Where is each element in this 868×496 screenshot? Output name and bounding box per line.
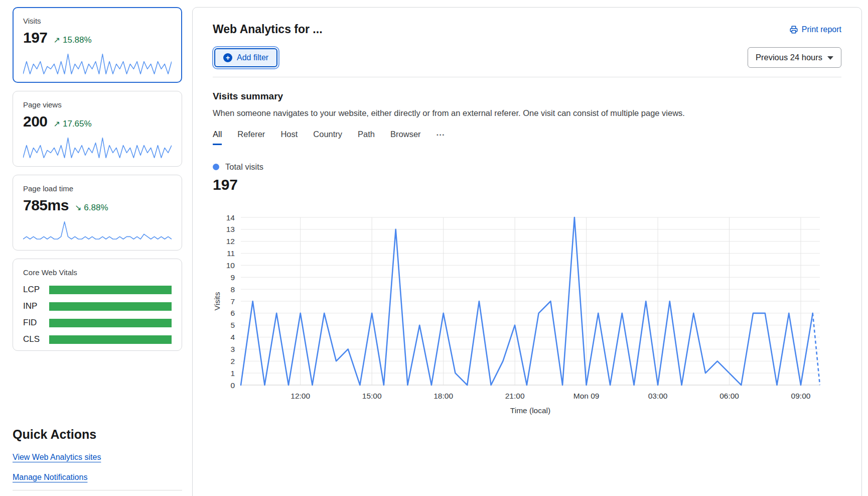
- trend-badge: ↗ 15.88%: [54, 35, 92, 45]
- svg-text:1: 1: [230, 369, 235, 378]
- plus-circle-icon: +: [223, 53, 232, 62]
- metric-value: 197: [23, 29, 48, 46]
- divider: [13, 490, 182, 490]
- cwv-metric-label: FID: [23, 318, 49, 328]
- svg-text:14: 14: [226, 213, 235, 222]
- visits-summary-title: Visits summary: [213, 91, 841, 102]
- dashboard-layout: Visits 197 ↗ 15.88% Page views 200 ↗ 17.…: [0, 0, 868, 496]
- tab-browser[interactable]: Browser: [390, 130, 421, 144]
- svg-text:5: 5: [230, 321, 235, 329]
- svg-text:15:00: 15:00: [362, 392, 382, 400]
- visits-summary-section: Visits summary When someone navigates to…: [193, 77, 861, 421]
- svg-text:13: 13: [226, 225, 235, 233]
- cwv-rows: LCPINPFIDCLS: [23, 285, 172, 344]
- metric-title: Page load time: [23, 184, 172, 193]
- chevron-down-icon: [827, 56, 833, 60]
- page-load-sparkline: [23, 220, 172, 243]
- tabs-more-button[interactable]: ...: [437, 128, 445, 138]
- svg-text:0: 0: [230, 381, 235, 390]
- cwv-row: LCP: [23, 285, 172, 295]
- print-report-label: Print report: [802, 25, 841, 34]
- svg-text:8: 8: [230, 285, 235, 294]
- time-range-value: Previous 24 hours: [756, 53, 822, 62]
- quick-actions-section: Quick Actions View Web Analytics sites M…: [13, 427, 182, 490]
- svg-text:12: 12: [226, 237, 235, 245]
- trend-badge: ↗ 17.65%: [54, 119, 92, 129]
- trend-up-icon: ↗: [54, 35, 60, 45]
- print-report-link[interactable]: Print report: [789, 25, 841, 34]
- visits-summary-description: When someone navigates to your website, …: [213, 108, 841, 118]
- page-title: Web Analytics for ...: [213, 23, 323, 36]
- total-visits-value: 197: [213, 176, 841, 193]
- tab-path[interactable]: Path: [358, 130, 375, 144]
- quick-actions-title: Quick Actions: [13, 427, 182, 442]
- svg-text:4: 4: [230, 333, 235, 341]
- cwv-row: FID: [23, 318, 172, 328]
- svg-text:Mon 09: Mon 09: [573, 392, 600, 400]
- cwv-title: Core Web Vitals: [23, 268, 172, 277]
- svg-text:03:00: 03:00: [648, 392, 668, 400]
- svg-text:Time (local): Time (local): [510, 406, 550, 415]
- svg-text:21:00: 21:00: [505, 392, 525, 400]
- time-range-dropdown[interactable]: Previous 24 hours: [748, 47, 841, 68]
- svg-text:Visits: Visits: [213, 292, 221, 310]
- core-web-vitals-card: Core Web Vitals LCPINPFIDCLS: [13, 259, 182, 351]
- legend-label: Total visits: [225, 162, 263, 172]
- svg-text:2: 2: [230, 357, 235, 365]
- svg-text:9: 9: [230, 273, 235, 282]
- legend-dot-icon: [213, 164, 219, 170]
- svg-text:18:00: 18:00: [433, 392, 453, 400]
- svg-text:3: 3: [230, 345, 235, 353]
- metric-title: Visits: [23, 17, 172, 25]
- web-analytics-panel: Web Analytics for ... Print report + Add…: [192, 7, 862, 496]
- trend-percent: 17.65%: [63, 119, 92, 129]
- metric-value: 200: [23, 113, 48, 130]
- add-filter-button[interactable]: + Add filter: [214, 48, 277, 67]
- cwv-row: INP: [23, 301, 172, 311]
- page-views-sparkline: [23, 136, 172, 159]
- svg-text:6: 6: [230, 309, 235, 317]
- view-web-analytics-sites-link[interactable]: View Web Analytics sites: [13, 453, 101, 462]
- visits-line-chart: 0123456789101112131412:0015:0018:0021:00…: [213, 211, 841, 421]
- trend-percent: 6.88%: [84, 203, 108, 213]
- visits-chart-container: 0123456789101112131412:0015:0018:0021:00…: [213, 211, 841, 421]
- cwv-green-bar: [49, 302, 172, 311]
- cwv-metric-label: LCP: [23, 285, 49, 295]
- svg-text:7: 7: [230, 297, 235, 306]
- metric-card-page-load-time[interactable]: Page load time 785ms ↘ 6.88%: [13, 175, 182, 251]
- metrics-sidebar: Visits 197 ↗ 15.88% Page views 200 ↗ 17.…: [13, 7, 182, 496]
- add-filter-label: Add filter: [237, 53, 268, 62]
- cwv-green-bar: [49, 286, 172, 294]
- trend-down-icon: ↘: [75, 203, 81, 212]
- metric-card-page-views[interactable]: Page views 200 ↗ 17.65%: [13, 91, 182, 167]
- svg-text:12:00: 12:00: [291, 392, 310, 400]
- cwv-metric-label: CLS: [23, 334, 49, 344]
- trend-badge: ↘ 6.88%: [75, 203, 108, 213]
- svg-text:06:00: 06:00: [719, 392, 739, 400]
- dimension-tabs: AllRefererHostCountryPathBrowser...: [213, 130, 841, 145]
- svg-text:10: 10: [226, 261, 235, 270]
- chart-legend: Total visits: [213, 162, 841, 172]
- metric-title: Page views: [23, 100, 172, 109]
- printer-icon: [789, 25, 798, 34]
- metric-value: 785ms: [23, 197, 69, 214]
- tab-all[interactable]: All: [213, 130, 222, 145]
- trend-percent: 15.88%: [63, 35, 92, 45]
- trend-up-icon: ↗: [54, 119, 60, 129]
- cwv-row: CLS: [23, 334, 172, 344]
- cwv-green-bar: [49, 319, 172, 327]
- metric-card-visits[interactable]: Visits 197 ↗ 15.88%: [13, 7, 182, 83]
- panel-header: Web Analytics for ... Print report + Add…: [193, 8, 861, 77]
- tab-host[interactable]: Host: [280, 130, 298, 144]
- visits-sparkline: [23, 52, 172, 75]
- svg-text:09:00: 09:00: [791, 392, 811, 400]
- cwv-green-bar: [49, 335, 172, 344]
- tab-referer[interactable]: Referer: [237, 130, 265, 144]
- tab-country[interactable]: Country: [313, 130, 342, 144]
- cwv-metric-label: INP: [23, 301, 49, 311]
- manage-notifications-link[interactable]: Manage Notifications: [13, 473, 87, 482]
- svg-text:11: 11: [227, 249, 235, 258]
